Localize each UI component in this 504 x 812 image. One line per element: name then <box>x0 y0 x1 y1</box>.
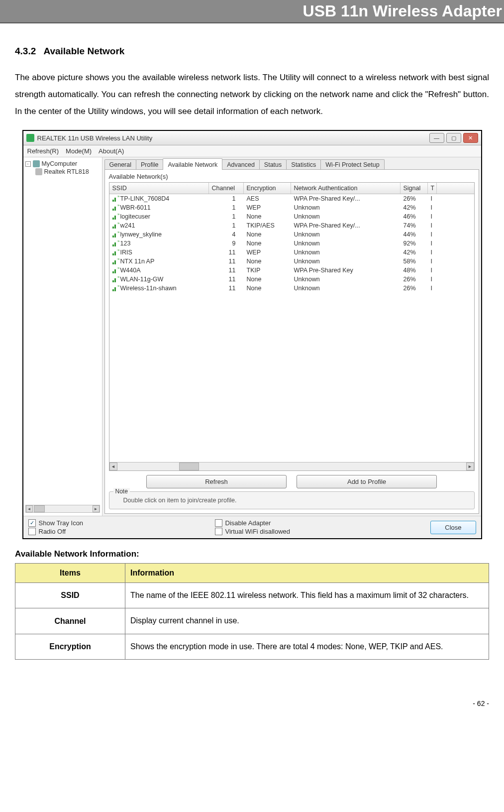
network-row[interactable]: »logitecuser1NoneUnknown46%I <box>109 212 474 221</box>
virtual-wifi-label: Virtual WiFi disallowed <box>225 528 291 535</box>
col-ssid[interactable]: SSID <box>109 183 209 194</box>
scroll-left-arrow[interactable]: ◄ <box>26 505 33 512</box>
available-network-panel: Available Network(s) SSID Channel Encryp… <box>104 169 479 514</box>
network-row[interactable]: »Wireless-11n-shawn11NoneUnknown26%I <box>109 284 474 293</box>
tab-general[interactable]: General <box>104 159 136 170</box>
signal-icon: » <box>112 249 118 255</box>
channel-value: 1 <box>209 194 244 203</box>
auth-value: Unknown <box>291 212 401 221</box>
network-list: SSID Channel Encryption Network Authenti… <box>109 182 475 471</box>
extra-value: I <box>428 203 437 212</box>
adapter-icon <box>35 168 42 175</box>
ssid-value: IRIS <box>120 249 132 256</box>
extra-value: I <box>428 239 437 248</box>
note-text: Double click on item to join/create prof… <box>114 495 469 504</box>
disable-adapter-checkbox[interactable]: Disable Adapter <box>215 519 402 527</box>
auth-value: Unknown <box>291 248 401 257</box>
tree-adapter-label[interactable]: Realtek RTL818 <box>44 168 89 175</box>
scroll-right-arrow[interactable]: ► <box>93 505 100 512</box>
tab-wps[interactable]: Wi-Fi Protect Setup <box>320 159 384 170</box>
close-window-button[interactable]: ✕ <box>463 133 478 143</box>
network-row[interactable]: »lynwey_skyline4NoneUnknown44%I <box>109 230 474 239</box>
auth-value: Unknown <box>291 275 401 284</box>
section-number: 4.3.2 <box>15 46 36 56</box>
channel-value: 9 <box>209 239 244 248</box>
encryption-value: TKIP/AES <box>244 221 291 230</box>
extra-value: I <box>428 248 437 257</box>
tab-available-network[interactable]: Available Network <box>163 158 222 170</box>
extra-value: I <box>428 257 437 266</box>
virtual-wifi-checkbox[interactable]: Virtual WiFi disallowed <box>215 528 402 535</box>
channel-value: 4 <box>209 230 244 239</box>
encryption-value: WEP <box>244 248 291 257</box>
tree-collapse-icon[interactable]: - <box>25 161 31 167</box>
col-encryption[interactable]: Encryption <box>244 183 291 194</box>
network-row[interactable]: »1239NoneUnknown92%I <box>109 239 474 248</box>
tree-horizontal-scrollbar[interactable]: ◄ ► <box>25 505 100 513</box>
tab-status[interactable]: Status <box>259 159 287 170</box>
col-auth[interactable]: Network Authentication <box>291 183 401 194</box>
document-header: USB 11n Wireless Adapter <box>0 0 504 23</box>
col-channel[interactable]: Channel <box>209 183 244 194</box>
minimize-button[interactable]: — <box>429 133 444 143</box>
maximize-button[interactable]: ▢ <box>446 133 461 143</box>
encryption-value: None <box>244 239 291 248</box>
network-row[interactable]: »IRIS11WEPUnknown42%I <box>109 248 474 257</box>
panel-label: Available Network(s) <box>109 173 475 180</box>
network-row[interactable]: »WBR-60111WEPUnknown42%I <box>109 203 474 212</box>
tab-profile[interactable]: Profile <box>136 159 163 170</box>
section-heading: 4.3.2 Available Network <box>15 46 489 57</box>
radio-off-label: Radio Off <box>39 528 66 535</box>
note-box: Note Double click on item to join/create… <box>109 491 475 509</box>
list-scroll-thumb[interactable] <box>179 463 199 470</box>
ssid-value: logitecuser <box>120 213 150 220</box>
network-row[interactable]: »w2411TKIP/AESWPA Pre-Shared Key/...74%I <box>109 221 474 230</box>
ssid-value: lynwey_skyline <box>120 231 162 238</box>
list-body: »TP-LINK_7608D41AESWPA Pre-Shared Key/..… <box>109 194 474 462</box>
list-horizontal-scrollbar[interactable]: ◄ ► <box>109 462 474 470</box>
info-row: SSIDThe name of the IEEE 802.11 wireless… <box>15 583 489 608</box>
add-to-profile-button[interactable]: Add to Profile <box>297 475 437 488</box>
network-row[interactable]: »WLAN-11g-GW11NoneUnknown26%I <box>109 275 474 284</box>
scroll-thumb[interactable] <box>34 505 45 512</box>
channel-value: 1 <box>209 212 244 221</box>
checkbox-icon: ✓ <box>28 519 36 527</box>
network-row[interactable]: »TP-LINK_7608D41AESWPA Pre-Shared Key/..… <box>109 194 474 203</box>
ssid-value: TP-LINK_7608D4 <box>120 195 170 202</box>
signal-value: 92% <box>401 239 428 248</box>
info-item: SSID <box>15 583 125 608</box>
checkbox-icon <box>215 519 222 527</box>
tree-root-label[interactable]: MyComputer <box>42 160 78 167</box>
signal-value: 46% <box>401 212 428 221</box>
refresh-button[interactable]: Refresh <box>146 475 287 488</box>
signal-value: 26% <box>401 194 428 203</box>
ssid-value: w241 <box>120 222 135 229</box>
disable-adapter-label: Disable Adapter <box>225 519 271 527</box>
col-signal[interactable]: Signal <box>401 183 428 194</box>
extra-value: I <box>428 212 437 221</box>
ssid-value: 123 <box>120 240 131 247</box>
signal-value: 44% <box>401 230 428 239</box>
info-item: Channel <box>15 608 125 634</box>
channel-value: 11 <box>209 275 244 284</box>
window-titlebar: REALTEK 11n USB Wireless LAN Utility — ▢… <box>23 131 481 145</box>
close-button[interactable]: Close <box>430 521 476 534</box>
menu-mode[interactable]: Mode(M) <box>66 147 92 155</box>
radio-off-checkbox[interactable]: Radio Off <box>28 528 215 535</box>
network-row[interactable]: »NTX 11n AP11NoneUnknown58%I <box>109 257 474 266</box>
intro-paragraph: The above picture shows you the availabl… <box>15 69 489 120</box>
tab-advanced[interactable]: Advanced <box>222 159 260 170</box>
network-row[interactable]: »W440A11TKIPWPA Pre-Shared Key48%I <box>109 266 474 275</box>
show-tray-checkbox[interactable]: ✓ Show Tray Icon <box>28 519 215 527</box>
channel-value: 1 <box>209 221 244 230</box>
col-extra[interactable]: T <box>428 183 437 194</box>
list-scroll-right-arrow[interactable]: ► <box>466 463 474 470</box>
list-scroll-left-arrow[interactable]: ◄ <box>109 463 117 470</box>
signal-value: 26% <box>401 275 428 284</box>
menu-about[interactable]: About(A) <box>99 147 124 155</box>
signal-value: 58% <box>401 257 428 266</box>
app-icon <box>26 134 34 142</box>
tab-statistics[interactable]: Statistics <box>286 159 321 170</box>
menu-refresh[interactable]: Refresh(R) <box>27 147 59 155</box>
signal-icon: » <box>112 267 118 273</box>
